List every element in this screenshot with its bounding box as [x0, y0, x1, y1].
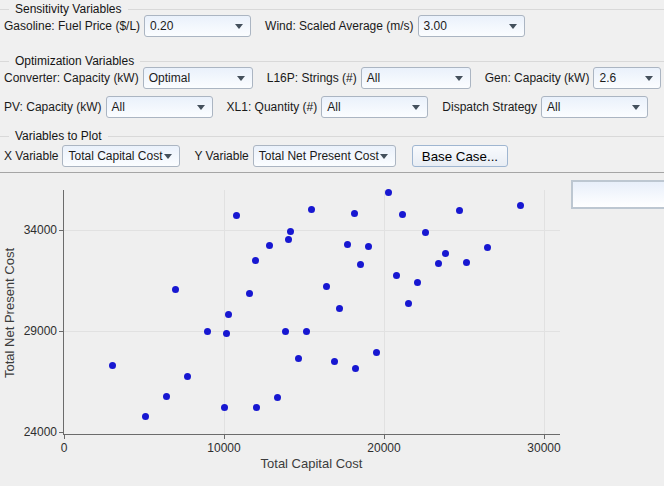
data-point[interactable]: [287, 228, 294, 235]
data-point[interactable]: [184, 373, 191, 380]
group-title-optimization: Optimization Variables: [15, 54, 134, 68]
data-point[interactable]: [204, 328, 211, 335]
wind-scaled-average-label: Wind: Scaled Average (m/s): [265, 19, 414, 33]
data-point[interactable]: [385, 189, 392, 196]
data-point[interactable]: [336, 305, 343, 312]
data-point[interactable]: [295, 355, 302, 362]
scatter-chart-panel: 0100002000030000240002900034000 Total Ca…: [0, 173, 664, 486]
group-title-sensitivity: Sensitivity Variables: [15, 2, 122, 16]
data-point[interactable]: [517, 202, 524, 209]
group-optimization-variables: Optimization Variables: [0, 54, 664, 68]
xl1-quantity-select[interactable]: All: [321, 96, 428, 118]
x-axis-title: Total Capital Cost: [63, 456, 560, 471]
dispatch-strategy-label: Dispatch Strategy: [442, 100, 537, 114]
data-point[interactable]: [352, 365, 359, 372]
y-variable-value: Total Net Present Cost: [254, 149, 380, 163]
data-point[interactable]: [163, 393, 170, 400]
data-point[interactable]: [225, 311, 232, 318]
converter-capacity-value: Optimal: [144, 71, 237, 85]
optimization-row-2: PV: Capacity (kW) All XL1: Quantity (#) …: [4, 96, 661, 118]
dispatch-strategy-select[interactable]: All: [541, 96, 648, 118]
l16p-strings-value: All: [362, 71, 455, 85]
gasoline-fuel-price-value: 0.20: [145, 19, 235, 33]
data-point[interactable]: [233, 212, 240, 219]
data-point[interactable]: [252, 257, 259, 264]
data-point[interactable]: [442, 250, 449, 257]
data-point[interactable]: [414, 279, 421, 286]
data-point[interactable]: [109, 362, 116, 369]
xl1-quantity-label: XL1: Quantity (#): [227, 100, 318, 114]
x-tick: [64, 435, 65, 439]
data-point[interactable]: [303, 328, 310, 335]
y-tick: [59, 331, 63, 332]
data-point[interactable]: [456, 207, 463, 214]
x-tick-label: 0: [34, 441, 94, 455]
l16p-strings-select[interactable]: All: [361, 67, 471, 89]
x-variable-label: X Variable: [4, 149, 58, 163]
vertical-gridline: [384, 190, 385, 434]
y-tick: [59, 432, 63, 433]
x-tick: [544, 435, 545, 439]
data-point[interactable]: [393, 272, 400, 279]
data-point[interactable]: [344, 241, 351, 248]
plot-controls-row: X Variable Total Capital Cost Y Variable…: [4, 145, 661, 167]
x-variable-select[interactable]: Total Capital Cost: [62, 145, 180, 167]
data-point[interactable]: [357, 261, 364, 268]
chevron-down-icon: [235, 24, 243, 29]
data-point[interactable]: [399, 211, 406, 218]
base-case-button[interactable]: Base Case...: [412, 145, 508, 167]
groupbox-line: [0, 61, 9, 62]
x-variable-value: Total Capital Cost: [63, 149, 164, 163]
y-variable-select[interactable]: Total Net Present Cost: [253, 145, 396, 167]
data-point[interactable]: [274, 394, 281, 401]
plot-area[interactable]: 0100002000030000240002900034000: [63, 190, 560, 435]
x-tick: [224, 435, 225, 439]
chevron-down-icon: [237, 76, 245, 81]
pv-capacity-label: PV: Capacity (kW): [4, 100, 102, 114]
horizontal-gridline: [64, 230, 560, 231]
dispatch-strategy-value: All: [542, 100, 632, 114]
converter-capacity-label: Converter: Capacity (kW): [4, 71, 139, 85]
data-point[interactable]: [435, 260, 442, 267]
data-point[interactable]: [405, 300, 412, 307]
pv-capacity-value: All: [107, 100, 197, 114]
data-point[interactable]: [142, 413, 149, 420]
wind-scaled-average-value: 3.00: [419, 19, 509, 33]
data-point[interactable]: [221, 404, 228, 411]
x-tick-label: 30000: [514, 441, 574, 455]
data-point[interactable]: [373, 349, 380, 356]
data-point[interactable]: [308, 206, 315, 213]
legend-box: [571, 180, 664, 209]
groupbox-line: [108, 136, 664, 137]
data-point[interactable]: [285, 236, 292, 243]
data-point[interactable]: [365, 243, 372, 250]
data-point[interactable]: [351, 210, 358, 217]
data-point[interactable]: [422, 229, 429, 236]
group-title-variables-to-plot: Variables to Plot: [15, 129, 102, 143]
gasoline-fuel-price-label: Gasoline: Fuel Price ($/L): [4, 19, 140, 33]
x-tick: [384, 435, 385, 439]
data-point[interactable]: [463, 259, 470, 266]
groupbox-line: [140, 61, 664, 62]
data-point[interactable]: [323, 283, 330, 290]
group-variables-to-plot: Variables to Plot: [0, 129, 664, 143]
sensitivity-row: Gasoline: Fuel Price ($/L) 0.20 Wind: Sc…: [4, 15, 661, 37]
data-point[interactable]: [253, 404, 260, 411]
converter-capacity-select[interactable]: Optimal: [143, 67, 253, 89]
pv-capacity-select[interactable]: All: [106, 96, 213, 118]
chevron-down-icon: [455, 76, 463, 81]
data-point[interactable]: [282, 328, 289, 335]
data-point[interactable]: [223, 330, 230, 337]
l16p-strings-label: L16P: Strings (#): [267, 71, 357, 85]
data-point[interactable]: [331, 358, 338, 365]
optimization-row-1: Converter: Capacity (kW) Optimal L16P: S…: [4, 67, 661, 89]
data-point[interactable]: [246, 290, 253, 297]
data-point[interactable]: [484, 244, 491, 251]
wind-scaled-average-select[interactable]: 3.00: [418, 15, 525, 37]
sensitivity-results-window: { "sensitivity": { "caption": "Sensitivi…: [0, 0, 664, 486]
gen-capacity-select[interactable]: 2.6: [593, 67, 661, 89]
data-point[interactable]: [172, 286, 179, 293]
gasoline-fuel-price-select[interactable]: 0.20: [144, 15, 251, 37]
y-variable-label: Y Variable: [194, 149, 248, 163]
data-point[interactable]: [266, 242, 273, 249]
